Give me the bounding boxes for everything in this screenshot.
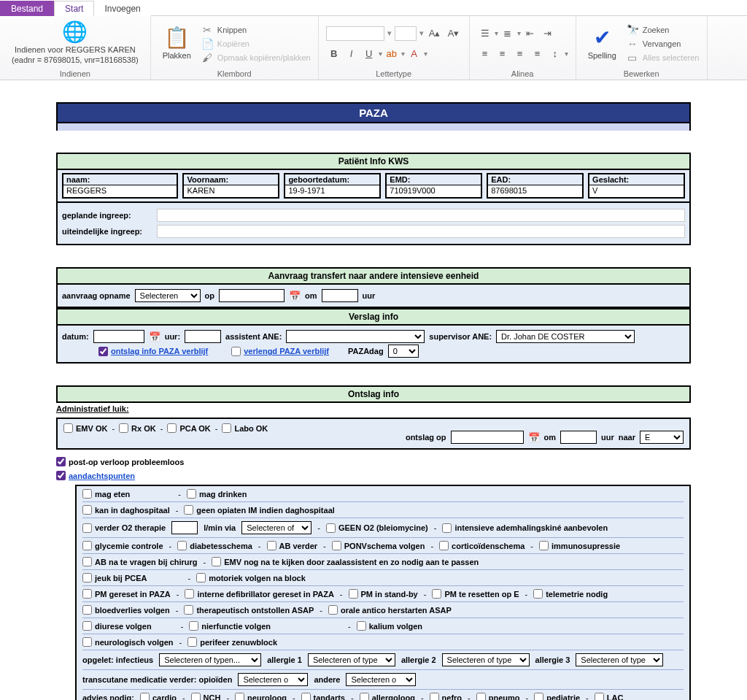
cut-button[interactable]: ✂Knippen xyxy=(201,24,311,36)
nefro-check[interactable]: nefro xyxy=(430,693,462,700)
ademkine-check[interactable]: intensieve ademhalingskiné aanbevolen xyxy=(442,523,608,533)
diab-check[interactable]: diabetesschema xyxy=(177,541,252,550)
neuroloog-check[interactable]: neuroloog xyxy=(235,693,287,700)
chevron-down-icon[interactable]: ▾ xyxy=(379,50,382,58)
om-time-input[interactable] xyxy=(322,289,358,302)
chevron-down-icon[interactable]: ▾ xyxy=(424,50,427,58)
allergie2-select[interactable]: Selecteren of type xyxy=(442,653,530,666)
mag-drinken-check[interactable]: mag drinken xyxy=(187,489,247,499)
calendar-icon[interactable]: 📅 xyxy=(289,291,301,301)
ontstol-check[interactable]: therapeutisch ontstollen ASAP xyxy=(184,605,314,615)
bullets-button[interactable]: ☰ xyxy=(477,26,493,42)
uur-input[interactable] xyxy=(185,330,221,343)
chevron-down-icon[interactable]: ▾ xyxy=(401,50,405,58)
glyc-check[interactable]: glycemie controle xyxy=(82,541,163,550)
geen-o2-check[interactable]: GEEN O2 (bleiomycine) xyxy=(326,523,428,533)
calendar-icon[interactable]: 📅 xyxy=(528,432,540,443)
aanvraag-select[interactable]: Selecteren xyxy=(135,289,201,302)
allergie1-select[interactable]: Selecteren of type xyxy=(308,653,395,666)
ab-chirurg-check[interactable]: AB na te vragen bij chirurg xyxy=(82,557,198,566)
outdent-button[interactable]: ⇤ xyxy=(522,26,538,42)
font-size-input[interactable] xyxy=(395,26,417,41)
jeuk-check[interactable]: jeuk bij PCEA xyxy=(82,573,147,582)
naar-select[interactable]: E xyxy=(640,431,684,444)
tab-insert[interactable]: Invoegen xyxy=(94,1,150,16)
allergoloog-check[interactable]: allergoloog xyxy=(360,693,415,700)
daghosp-check[interactable]: kan in daghospitaal xyxy=(82,505,170,515)
aandacht-check[interactable]: aandachtspunten xyxy=(56,471,135,480)
geen-opiaten-check[interactable]: geen opiaten IM indien daghospitaal xyxy=(184,505,334,515)
ass-select[interactable] xyxy=(286,330,425,343)
motoriek-check[interactable]: motoriek volgen na block xyxy=(196,573,306,582)
emv-check[interactable]: EMV OK xyxy=(63,423,107,433)
ponv-check[interactable]: PONVschema volgen xyxy=(332,541,425,550)
align-center-button[interactable]: ≡ xyxy=(495,46,511,62)
italic-button[interactable]: I xyxy=(344,46,360,62)
spelling-button[interactable]: ✔ Spelling xyxy=(584,28,621,60)
ontslag-date-input[interactable] xyxy=(451,431,524,444)
cardio-check[interactable]: cardio xyxy=(140,693,177,700)
highlight-button[interactable]: ab xyxy=(384,46,400,62)
pca-check[interactable]: PCA OK xyxy=(167,423,210,433)
ontslag-time-input[interactable] xyxy=(560,431,597,444)
infectious-select[interactable]: Selecteren of typen... xyxy=(159,653,261,666)
bloed-check[interactable]: bloedverlies volgen xyxy=(82,605,170,615)
planned-input[interactable] xyxy=(157,209,685,222)
submit-button[interactable]: 🌐 Indienen voor REGGERS KAREN (eadnr = 8… xyxy=(7,22,143,64)
chevron-down-icon[interactable]: ▾ xyxy=(419,28,424,38)
defib-check[interactable]: interne defibrillator gereset in PAZA xyxy=(185,589,333,599)
immuno-check[interactable]: immunosupressie xyxy=(539,541,620,550)
verlengd-check[interactable]: verlengd PAZA verblijf xyxy=(231,347,329,356)
mag-eten-check[interactable]: mag eten xyxy=(82,489,130,499)
datum-input[interactable] xyxy=(93,330,144,343)
cortico-check[interactable]: corticoïdenschema xyxy=(439,541,525,550)
andere-select[interactable]: Selecteren o xyxy=(346,673,416,686)
neuro-check[interactable]: neurologisch volgen xyxy=(82,637,174,647)
op-date-input[interactable] xyxy=(219,289,285,302)
underline-button[interactable]: U xyxy=(361,46,377,62)
nierfunctie-check[interactable]: nierfunctie volgen xyxy=(189,621,271,631)
kalium-check[interactable]: kalium volgen xyxy=(357,621,422,631)
lac-check[interactable]: LAC xyxy=(595,693,624,700)
o2-via-select[interactable]: Selecteren of xyxy=(241,521,311,534)
o2-therapie-check[interactable]: verder O2 therapie xyxy=(82,523,166,533)
nch-check[interactable]: NCH xyxy=(191,693,221,700)
replace-button[interactable]: ↔Vervangen xyxy=(627,38,700,50)
final-input[interactable] xyxy=(157,225,685,238)
pm-resetE-check[interactable]: PM te resetten op E xyxy=(432,589,519,599)
shrink-font-button[interactable]: A▾ xyxy=(446,26,462,42)
allergie3-select[interactable]: Selecteren of type xyxy=(576,653,663,666)
align-justify-button[interactable]: ≡ xyxy=(530,46,546,62)
tab-start[interactable]: Start xyxy=(54,1,94,16)
zenuwblock-check[interactable]: perifeer zenuwblock xyxy=(187,637,277,647)
tandarts-check[interactable]: tandarts xyxy=(301,693,345,700)
ab-verder-check[interactable]: AB verder xyxy=(267,541,318,550)
opioiden-select[interactable]: Selecteren o xyxy=(238,673,308,686)
font-color-button[interactable]: A xyxy=(406,46,422,62)
align-right-button[interactable]: ≡ xyxy=(512,46,528,62)
o2-lmin-input[interactable] xyxy=(171,521,198,534)
sup-select[interactable]: Dr. Johan DE COSTER xyxy=(496,330,635,343)
diurese-check[interactable]: diurese volgen xyxy=(82,621,152,631)
pneumo-check[interactable]: pneumo xyxy=(476,693,520,700)
bold-button[interactable]: B xyxy=(326,46,342,62)
pediatrie-check[interactable]: pediatrie xyxy=(534,693,580,700)
pazadag-select[interactable]: 0 xyxy=(388,345,419,358)
align-left-button[interactable]: ≡ xyxy=(477,46,493,62)
rx-check[interactable]: Rx OK xyxy=(119,423,156,433)
indent-button[interactable]: ⇥ xyxy=(540,26,556,42)
paste-button[interactable]: 📋 Plakken xyxy=(158,28,196,60)
chevron-down-icon[interactable]: ▾ xyxy=(387,28,392,38)
pm-standby-check[interactable]: PM in stand-by xyxy=(349,589,418,599)
telemetrie-check[interactable]: telemetrie nodig xyxy=(533,589,608,599)
font-family-input[interactable] xyxy=(326,26,384,41)
postop-check[interactable]: post-op verloop probleemloos xyxy=(56,457,184,466)
pm-reset-check[interactable]: PM gereset in PAZA xyxy=(82,589,171,599)
numbering-button[interactable]: ≣ xyxy=(500,26,516,42)
labo-check[interactable]: Labo OK xyxy=(222,423,268,433)
line-spacing-button[interactable]: ↕ xyxy=(547,46,563,62)
emv-zaal-check[interactable]: EMV nog na te kijken door zaalassistent … xyxy=(212,557,479,566)
calendar-icon[interactable]: 📅 xyxy=(149,331,160,342)
ontslag-info-check[interactable]: ontslag info PAZA verblijf xyxy=(98,347,208,356)
tab-file[interactable]: Bestand xyxy=(0,1,54,16)
